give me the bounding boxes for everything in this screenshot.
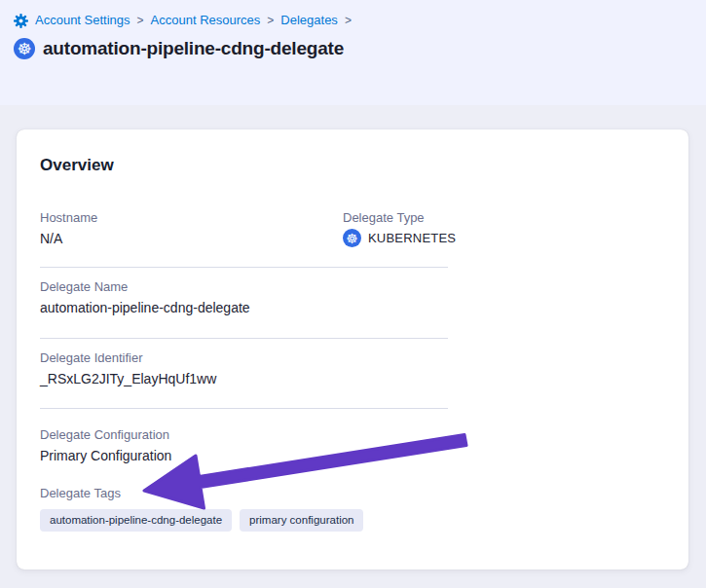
- overview-heading: Overview: [40, 156, 665, 175]
- delegate-configuration-label: Delegate Configuration: [40, 427, 665, 443]
- gear-icon: [14, 14, 28, 28]
- breadcrumb-separator: >: [345, 13, 352, 28]
- delegate-tag: primary configuration: [240, 509, 363, 532]
- divider: [40, 408, 448, 409]
- overview-card: Overview Hostname N/A Delegate Type ☸ KU…: [17, 129, 688, 570]
- delegate-name-value: automation-pipeline-cdng-delegate: [40, 299, 665, 316]
- kubernetes-icon: ☸: [343, 229, 361, 247]
- page-title-row: ☸ automation-pipeline-cdng-delegate: [14, 38, 344, 59]
- delegate-tag: automation-pipeline-cdng-delegate: [40, 509, 232, 532]
- page-header: Account Settings > Account Resources > D…: [0, 0, 706, 105]
- kubernetes-icon: ☸: [14, 38, 35, 59]
- delegate-identifier-value: _RSxLG2JITy_ElayHqUf1ww: [40, 370, 665, 387]
- delegate-type-label: Delegate Type: [343, 210, 665, 226]
- hostname-and-type-row: Hostname N/A Delegate Type ☸ KUBERNETES: [40, 210, 665, 247]
- delegate-tags-list: automation-pipeline-cdng-delegate primar…: [40, 509, 665, 532]
- breadcrumb-item-account-settings[interactable]: Account Settings: [35, 13, 130, 28]
- delegate-configuration-field: Delegate Configuration Primary Configura…: [40, 427, 665, 464]
- breadcrumb: Account Settings > Account Resources > D…: [14, 13, 352, 28]
- delegate-identifier-field: Delegate Identifier _RSxLG2JITy_ElayHqUf…: [40, 350, 665, 387]
- hostname-value: N/A: [40, 230, 343, 247]
- delegate-tags-field: Delegate Tags automation-pipeline-cdng-d…: [40, 486, 665, 532]
- delegate-configuration-value: Primary Configuration: [40, 447, 665, 464]
- divider: [40, 338, 448, 339]
- hostname-label: Hostname: [40, 210, 343, 226]
- delegate-identifier-label: Delegate Identifier: [40, 350, 665, 366]
- delegate-tags-label: Delegate Tags: [40, 486, 665, 501]
- delegate-name-label: Delegate Name: [40, 279, 665, 295]
- breadcrumb-separator: >: [137, 13, 144, 28]
- delegate-type-field: Delegate Type ☸ KUBERNETES: [343, 210, 665, 247]
- breadcrumb-item-account-resources[interactable]: Account Resources: [151, 13, 261, 28]
- hostname-field: Hostname N/A: [40, 210, 343, 247]
- delegate-name-field: Delegate Name automation-pipeline-cdng-d…: [40, 279, 665, 316]
- breadcrumb-separator: >: [267, 13, 274, 28]
- divider: [40, 267, 448, 268]
- breadcrumb-item-delegates[interactable]: Delegates: [280, 13, 338, 28]
- page-title: automation-pipeline-cdng-delegate: [43, 38, 344, 59]
- delegate-type-value: KUBERNETES: [368, 230, 456, 247]
